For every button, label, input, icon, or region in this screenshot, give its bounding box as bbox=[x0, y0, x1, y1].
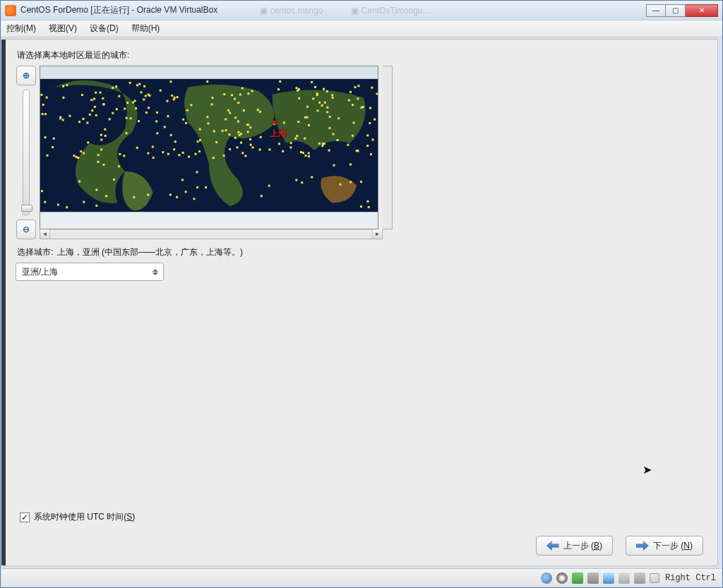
svg-rect-151 bbox=[87, 141, 89, 143]
menu-control[interactable]: 控制(M) bbox=[6, 23, 36, 35]
world-map[interactable]: × 上海 bbox=[40, 66, 378, 229]
svg-rect-138 bbox=[116, 108, 118, 110]
zoom-out-button[interactable]: ⊖ bbox=[16, 220, 36, 239]
svg-rect-126 bbox=[333, 133, 335, 135]
svg-rect-150 bbox=[193, 198, 195, 200]
svg-rect-173 bbox=[152, 146, 154, 148]
hard-disk-icon[interactable] bbox=[541, 572, 552, 584]
svg-rect-110 bbox=[312, 97, 314, 100]
svg-rect-17 bbox=[181, 179, 184, 181]
svg-rect-145 bbox=[259, 148, 261, 150]
svg-rect-239 bbox=[129, 82, 131, 84]
svg-rect-130 bbox=[113, 179, 115, 181]
svg-rect-121 bbox=[176, 196, 178, 198]
svg-rect-82 bbox=[237, 146, 239, 148]
zoom-in-icon: ⊕ bbox=[23, 71, 30, 80]
utc-checkbox[interactable]: ✓ bbox=[20, 512, 30, 522]
svg-rect-85 bbox=[324, 102, 326, 104]
close-button[interactable]: ✕ bbox=[686, 4, 718, 17]
svg-rect-3 bbox=[339, 184, 341, 186]
svg-rect-40 bbox=[62, 97, 64, 99]
svg-rect-75 bbox=[59, 116, 61, 118]
map-horizontal-scrollbar[interactable]: ◄ ► bbox=[40, 229, 383, 239]
svg-rect-22 bbox=[145, 95, 147, 97]
svg-rect-144 bbox=[103, 103, 105, 105]
utc-label[interactable]: 系统时钟使用 UTC 时间(S) bbox=[34, 511, 135, 523]
svg-rect-88 bbox=[251, 146, 253, 148]
next-button[interactable]: 下一步 (N) bbox=[626, 536, 703, 556]
svg-rect-119 bbox=[186, 109, 189, 112]
host-key-label: Right Ctrl bbox=[665, 573, 716, 583]
svg-rect-146 bbox=[141, 91, 143, 93]
check-icon: ✓ bbox=[21, 512, 28, 522]
back-button[interactable]: 上一步 (B) bbox=[536, 536, 613, 556]
svg-rect-109 bbox=[198, 150, 201, 152]
svg-rect-129 bbox=[196, 171, 198, 173]
timezone-combobox[interactable]: 亚洲/上海 bbox=[16, 263, 164, 281]
virtualbox-icon bbox=[5, 5, 16, 16]
maximize-button[interactable]: ▢ bbox=[666, 4, 686, 17]
menu-view[interactable]: 视图(V) bbox=[49, 23, 77, 35]
svg-rect-199 bbox=[295, 179, 297, 181]
optical-drive-icon[interactable] bbox=[556, 572, 568, 584]
svg-rect-97 bbox=[195, 153, 197, 155]
svg-rect-133 bbox=[77, 157, 79, 159]
svg-rect-20 bbox=[308, 152, 310, 155]
svg-rect-70 bbox=[95, 205, 97, 207]
svg-rect-205 bbox=[185, 191, 187, 193]
svg-rect-178 bbox=[124, 107, 126, 109]
display-icon[interactable] bbox=[619, 572, 630, 584]
svg-rect-204 bbox=[237, 121, 239, 123]
svg-rect-48 bbox=[318, 143, 321, 145]
zoom-in-button[interactable]: ⊕ bbox=[16, 66, 36, 85]
virtualbox-menubar: 控制(M) 视图(V) 设备(D) 帮助(H) bbox=[1, 20, 722, 37]
svg-rect-101 bbox=[105, 195, 107, 197]
utc-checkbox-row: ✓ 系统时钟使用 UTC 时间(S) bbox=[20, 511, 135, 523]
menu-help[interactable]: 帮助(H) bbox=[131, 23, 160, 35]
minimize-button[interactable]: — bbox=[646, 4, 666, 17]
next-button-label: 下一步 (N) bbox=[653, 540, 693, 552]
svg-rect-235 bbox=[104, 135, 107, 137]
shared-folders-icon[interactable] bbox=[603, 572, 614, 584]
svg-rect-175 bbox=[349, 181, 352, 183]
svg-rect-176 bbox=[298, 97, 300, 100]
svg-rect-92 bbox=[328, 127, 330, 129]
svg-rect-108 bbox=[250, 144, 252, 146]
svg-rect-83 bbox=[93, 98, 95, 100]
scroll-left-arrow-icon[interactable]: ◄ bbox=[40, 229, 50, 239]
zoom-slider-thumb[interactable] bbox=[21, 205, 32, 212]
svg-rect-56 bbox=[170, 134, 172, 136]
svg-rect-6 bbox=[304, 138, 306, 140]
recording-icon[interactable] bbox=[634, 572, 645, 584]
world-map-svg bbox=[40, 66, 378, 229]
combobox-spinner-icon[interactable] bbox=[150, 269, 160, 275]
map-vertical-scrollbar[interactable] bbox=[383, 66, 393, 229]
svg-rect-171 bbox=[118, 95, 120, 97]
svg-rect-223 bbox=[249, 138, 251, 140]
back-button-label: 上一步 (B) bbox=[563, 540, 602, 552]
svg-rect-139 bbox=[162, 151, 164, 153]
timezone-prompt: 请选择离本地时区最近的城市: bbox=[17, 49, 707, 61]
svg-rect-254 bbox=[42, 104, 44, 106]
window-titlebar[interactable]: CentOS ForDemo [正在运行] - Oracle VM Virtua… bbox=[1, 1, 722, 20]
svg-rect-174 bbox=[249, 126, 251, 128]
selected-city-value: 上海，亚洲 (中国东部——北京，广东，上海等。) bbox=[57, 247, 243, 257]
svg-rect-158 bbox=[326, 90, 328, 92]
svg-rect-154 bbox=[237, 131, 239, 133]
svg-rect-152 bbox=[279, 80, 281, 83]
svg-rect-24 bbox=[167, 115, 169, 117]
svg-rect-13 bbox=[337, 139, 339, 141]
menu-devices[interactable]: 设备(D) bbox=[90, 23, 119, 35]
guest-left-edge bbox=[1, 40, 6, 565]
network-icon[interactable] bbox=[572, 572, 583, 584]
svg-rect-81 bbox=[311, 176, 313, 178]
zoom-slider[interactable] bbox=[23, 90, 30, 215]
usb-icon[interactable] bbox=[587, 572, 599, 584]
svg-rect-246 bbox=[177, 96, 179, 98]
svg-rect-190 bbox=[190, 104, 192, 106]
svg-rect-42 bbox=[261, 195, 263, 197]
svg-rect-49 bbox=[360, 181, 362, 183]
scroll-right-arrow-icon[interactable]: ► bbox=[372, 229, 382, 239]
svg-rect-54 bbox=[112, 112, 114, 114]
svg-rect-156 bbox=[197, 140, 199, 143]
